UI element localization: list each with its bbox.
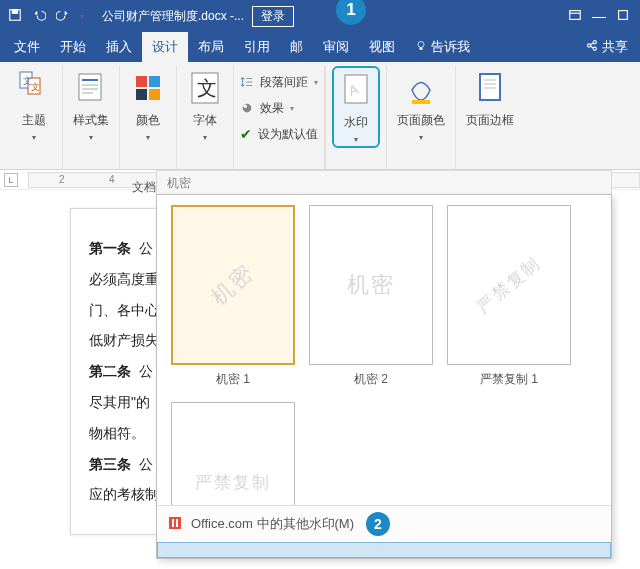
more-watermarks-label: Office.com 中的其他水印(M) xyxy=(191,515,354,533)
watermark-gallery-header: 机密 xyxy=(156,170,612,194)
svg-point-5 xyxy=(418,41,424,47)
page-border-button[interactable]: 页面边框 xyxy=(462,66,518,131)
chevron-down-icon: ▾ xyxy=(32,133,36,142)
tab-tellme[interactable]: 告诉我 xyxy=(405,32,480,62)
callout-2: 2 xyxy=(366,512,390,536)
ribbon-tabs: 文件 开始 插入 设计 布局 引用 邮 审阅 视图 告诉我 共享 xyxy=(0,32,640,62)
group-page-color: 页面颜色 ▾ xyxy=(387,66,456,169)
watermark-label: 水印 xyxy=(344,114,368,131)
effects-button[interactable]: 效果 ▾ xyxy=(240,98,294,118)
colors-button[interactable]: 颜色 ▾ xyxy=(126,66,170,144)
qat-dropdown-icon[interactable]: ▾ xyxy=(80,12,84,21)
ribbon-display-icon[interactable] xyxy=(568,8,582,25)
login-button[interactable]: 登录 xyxy=(252,6,294,27)
styleset-label: 样式集 xyxy=(73,112,109,129)
tab-design[interactable]: 设计 xyxy=(142,32,188,62)
svg-rect-34 xyxy=(412,100,430,104)
share-icon xyxy=(585,39,598,55)
fonts-label: 字体 xyxy=(193,112,217,129)
paragraph-spacing-button[interactable]: 段落间距 ▾ xyxy=(240,72,318,92)
themes-label: 主题 xyxy=(22,112,46,129)
svg-rect-4 xyxy=(619,10,628,19)
group-colors: 颜色 ▾ xyxy=(120,66,177,169)
lightbulb-icon xyxy=(415,40,427,55)
chevron-down-icon: ▾ xyxy=(146,133,150,142)
svg-rect-16 xyxy=(79,74,101,100)
gallery-item-confidential-2[interactable]: 机密 机密 2 xyxy=(309,205,433,388)
window-controls: — xyxy=(568,8,640,25)
watermark-gallery: 机密 机密 1 机密 机密 2 严禁复制 严禁复制 1 严禁复制 xyxy=(156,194,612,559)
watermark-button[interactable]: A 水印 ▾ xyxy=(332,66,380,148)
svg-text:文: 文 xyxy=(31,82,40,92)
themes-button[interactable]: 文文 主题 ▾ xyxy=(12,66,56,144)
styleset-button[interactable]: 样式集 ▾ xyxy=(69,66,113,144)
maximize-button[interactable] xyxy=(616,8,630,25)
svg-point-9 xyxy=(593,47,596,50)
watermark-preview-text: 严禁复制 xyxy=(195,471,271,494)
svg-rect-40 xyxy=(172,519,174,527)
page-color-button[interactable]: 页面颜色 ▾ xyxy=(393,66,449,144)
tellme-label: 告诉我 xyxy=(431,38,470,56)
effects-label: 效果 xyxy=(260,100,284,117)
tab-review[interactable]: 审阅 xyxy=(313,32,359,62)
quick-access-toolbar: ▾ xyxy=(8,8,84,25)
gallery-item-confidential-1[interactable]: 机密 机密 1 xyxy=(171,205,295,388)
tab-references[interactable]: 引用 xyxy=(234,32,280,62)
svg-line-11 xyxy=(591,46,593,48)
svg-point-8 xyxy=(593,41,596,44)
fonts-button[interactable]: 文 字体 ▾ xyxy=(183,66,227,144)
tab-home[interactable]: 开始 xyxy=(50,32,96,62)
colors-label: 颜色 xyxy=(136,112,160,129)
gallery-footer-highlight-row[interactable] xyxy=(157,542,611,558)
gallery-item-donotcopy-1[interactable]: 严禁复制 严禁复制 1 xyxy=(447,205,571,388)
page-border-icon xyxy=(472,68,508,108)
svg-rect-21 xyxy=(136,76,147,87)
share-button[interactable]: 共享 xyxy=(573,32,640,62)
chevron-down-icon: ▾ xyxy=(419,133,423,142)
more-watermarks-office-button[interactable]: Office.com 中的其他水印(M) 2 xyxy=(157,506,611,542)
fonts-icon: 文 xyxy=(187,68,223,108)
share-label: 共享 xyxy=(602,38,628,56)
page-color-label: 页面颜色 xyxy=(397,112,445,129)
tab-selector[interactable]: L xyxy=(4,173,18,187)
tab-view[interactable]: 视图 xyxy=(359,32,405,62)
svg-rect-39 xyxy=(169,517,181,529)
chevron-down-icon: ▾ xyxy=(89,133,93,142)
svg-rect-24 xyxy=(149,89,160,100)
svg-line-10 xyxy=(591,43,593,45)
tab-insert[interactable]: 插入 xyxy=(96,32,142,62)
gallery-thumb[interactable]: 机密 xyxy=(171,205,295,365)
doc-truncated-label: 文档 xyxy=(132,179,156,196)
gallery-caption: 机密 1 xyxy=(216,371,250,388)
ruler-tick: 4 xyxy=(109,174,115,185)
redo-icon[interactable] xyxy=(56,8,70,25)
document-title: 公司财产管理制度.docx -... xyxy=(102,8,244,25)
svg-rect-23 xyxy=(136,89,147,100)
styleset-icon xyxy=(73,68,109,108)
save-icon[interactable] xyxy=(8,8,22,25)
svg-rect-1 xyxy=(12,9,17,13)
svg-point-30 xyxy=(243,104,252,113)
gallery-thumb[interactable]: 严禁复制 xyxy=(447,205,571,365)
set-default-button[interactable]: ✔ 设为默认值 xyxy=(240,124,318,144)
svg-rect-22 xyxy=(149,76,160,87)
group-themes: 文文 主题 ▾ xyxy=(6,66,63,169)
gallery-caption: 严禁复制 1 xyxy=(480,371,538,388)
svg-point-7 xyxy=(587,44,590,47)
tab-layout[interactable]: 布局 xyxy=(188,32,234,62)
minimize-button[interactable]: — xyxy=(592,8,606,24)
chevron-down-icon: ▾ xyxy=(354,135,358,144)
check-icon: ✔ xyxy=(240,126,252,142)
group-fonts: 文 字体 ▾ xyxy=(177,66,234,169)
group-formatting: 段落间距 ▾ 效果 ▾ ✔ 设为默认值 xyxy=(234,66,325,169)
titlebar: ▾ 公司财产管理制度.docx -... 登录 — xyxy=(0,0,640,32)
svg-rect-35 xyxy=(480,74,500,100)
tab-file[interactable]: 文件 xyxy=(4,32,50,62)
chevron-down-icon: ▾ xyxy=(203,133,207,142)
gallery-thumb[interactable]: 机密 xyxy=(309,205,433,365)
tab-mailings[interactable]: 邮 xyxy=(280,32,313,62)
ribbon-content: 文文 主题 ▾ 样式集 ▾ 颜色 ▾ 文 字体 ▾ xyxy=(0,62,640,170)
undo-icon[interactable] xyxy=(32,8,46,25)
watermark-preview-text: 机密 xyxy=(347,270,395,300)
svg-point-31 xyxy=(244,105,248,109)
